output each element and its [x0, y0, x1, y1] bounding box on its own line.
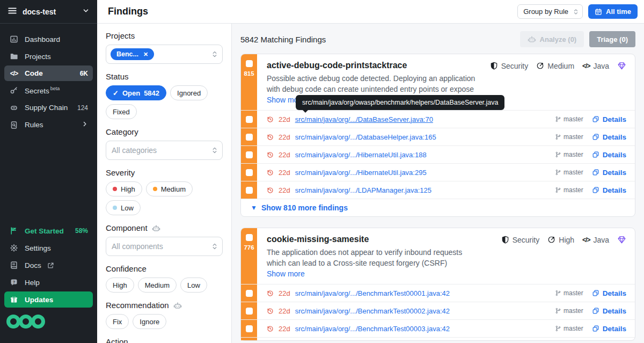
finding-path-link[interactable]: src/main/java/org/.../HibernateUtil.java…: [295, 169, 427, 177]
age-label: 22d: [279, 151, 290, 159]
finding-row: 22d src/main/java/org/.../BenchmarkTest0…: [241, 284, 635, 302]
details-link[interactable]: Details: [592, 115, 626, 123]
filter-heading: Component: [106, 223, 148, 232]
details-link[interactable]: Details: [592, 133, 626, 141]
sidebar-item-rules[interactable]: Rules: [4, 117, 93, 133]
row-checkbox[interactable]: [246, 187, 253, 194]
git-branch-icon: [555, 325, 561, 332]
finding-count-badge: 776: [244, 244, 254, 251]
category-select[interactable]: All categories: [106, 141, 223, 160]
filter-heading: Recommendation: [106, 301, 169, 310]
finding-row: 22d src/main/java/org/.../DatabaseHelper…: [241, 128, 635, 145]
history-icon: [267, 290, 274, 297]
confidence-low-pill[interactable]: Low: [180, 278, 207, 293]
sidebar-item-dashboard[interactable]: Dashboard: [4, 31, 93, 47]
confidence-medium-pill[interactable]: Medium: [138, 278, 177, 293]
row-checkbox[interactable]: [246, 169, 253, 176]
show-more-findings[interactable]: ▼ Show 810 more findings: [241, 199, 635, 216]
row-checkbox[interactable]: [246, 134, 253, 141]
sidebar-item-projects[interactable]: Projects: [4, 48, 93, 64]
finding-path-link[interactable]: src/main/java/org/.../DatabaseHelper.jav…: [295, 133, 436, 141]
finding-path-link[interactable]: src/main/java/org/.../DataBaseServer.jav…: [295, 115, 433, 123]
branch-label: master: [555, 115, 583, 123]
sidebar-item-get-started[interactable]: Get Started 58%: [4, 223, 93, 239]
sidebar-item-settings[interactable]: Settings: [4, 240, 93, 256]
finding-path-link[interactable]: src/main/java/org/.../BenchmarkTest00003…: [295, 325, 450, 333]
group-by-select[interactable]: Group by Rule: [517, 4, 583, 19]
git-branch-icon: [555, 134, 561, 140]
row-checkbox[interactable]: [246, 308, 253, 315]
project-chip[interactable]: Benc... ✕: [111, 48, 154, 60]
sidebar-item-label: Dashboard: [25, 35, 60, 43]
finding-card: 776 cookie-missing-samesite: [240, 228, 635, 341]
hamburger-menu-icon[interactable]: [8, 6, 17, 18]
row-checkbox[interactable]: [246, 116, 253, 123]
status-ignored-pill[interactable]: Ignored: [170, 85, 208, 100]
component-select[interactable]: All components: [106, 237, 223, 256]
details-link[interactable]: Details: [592, 289, 626, 297]
beta-tag: beta: [50, 86, 60, 91]
card-checkbox[interactable]: [246, 234, 253, 241]
top-header: Findings Group by Rule All time: [97, 0, 644, 24]
chip-remove-icon[interactable]: ✕: [143, 51, 148, 58]
sidebar-item-help[interactable]: ? Help: [4, 274, 93, 290]
rule-description: Possible active debug code detected. Dep…: [267, 73, 626, 94]
details-link[interactable]: Details: [592, 325, 626, 333]
confidence-high-pill[interactable]: High: [106, 278, 134, 293]
gem-icon[interactable]: [617, 61, 626, 70]
sort-chevrons-icon: [212, 147, 217, 154]
semgrep-logo: [0, 309, 97, 339]
card-checkbox[interactable]: [246, 60, 253, 67]
sort-chevrons-icon: [573, 9, 579, 15]
details-link[interactable]: Details: [592, 169, 626, 177]
sidebar-item-secrets[interactable]: Secretsbeta: [4, 82, 93, 99]
app: docs-test Dashboard Projects </> Code: [0, 0, 644, 343]
finding-path-link[interactable]: src/main/java/org/.../HibernateUtil.java…: [295, 151, 427, 159]
finding-path-link[interactable]: src/main/java/org/.../BenchmarkTest00002…: [295, 307, 450, 315]
details-panel-icon: [592, 115, 599, 123]
rule-tags: Security Medium </>: [490, 61, 626, 70]
status-fixed-pill[interactable]: Fixed: [106, 104, 137, 119]
projects-select[interactable]: Benc... ✕: [106, 45, 223, 64]
history-icon: [267, 308, 274, 315]
details-link[interactable]: Details: [592, 186, 626, 194]
details-link[interactable]: Details: [592, 307, 626, 315]
recommendation-fix-pill[interactable]: Fix: [106, 314, 129, 329]
all-time-button[interactable]: All time: [588, 4, 638, 19]
finding-path-link[interactable]: src/main/java/org/.../BenchmarkTest00001…: [295, 289, 450, 297]
branch-label: master: [555, 307, 583, 315]
code-icon: </>: [582, 236, 590, 244]
filters-panel: Projects Benc... ✕ Status: [97, 24, 232, 343]
status-open-pill[interactable]: ✓ Open 5842: [106, 85, 166, 100]
show-more-link[interactable]: Show more: [267, 268, 305, 280]
gem-icon[interactable]: [617, 235, 626, 244]
analyze-button[interactable]: Analyze (0): [520, 31, 584, 47]
row-checkbox[interactable]: [246, 151, 253, 158]
row-checkbox[interactable]: [246, 290, 253, 297]
row-checkbox[interactable]: [246, 325, 253, 332]
sidebar-bottom: Get Started 58% Settings Docs: [0, 222, 97, 343]
shield-icon: [490, 62, 498, 70]
sidebar-item-label: Docs: [25, 261, 41, 269]
severity-tag: Medium: [536, 62, 574, 70]
robot-icon: [528, 35, 536, 43]
details-link[interactable]: Details: [592, 151, 626, 159]
finding-path-link[interactable]: src/main/java/org/.../LDAPManager.java:1…: [295, 186, 431, 194]
sidebar-item-supply-chain[interactable]: Supply Chain 124: [4, 100, 93, 116]
sidebar-item-docs[interactable]: Docs: [4, 257, 93, 273]
page-title: Findings: [108, 6, 148, 17]
category-tag: Security: [501, 236, 540, 244]
sidebar-item-updates[interactable]: Updates: [4, 291, 93, 308]
recommendation-ignore-pill[interactable]: Ignore: [133, 314, 166, 329]
severity-medium-pill[interactable]: Medium: [146, 181, 193, 196]
sidebar-item-code[interactable]: </> Code 6K: [4, 65, 93, 81]
chevron-down-icon[interactable]: [82, 7, 90, 17]
svg-text:?: ?: [13, 280, 16, 284]
chevron-right-icon: [82, 121, 88, 129]
severity-high-pill[interactable]: High: [106, 181, 142, 196]
triage-button[interactable]: Triage (0): [589, 31, 635, 47]
org-name[interactable]: docs-test: [23, 8, 56, 16]
severity-low-pill[interactable]: Low: [106, 200, 141, 215]
right-column: Findings Group by Rule All time: [97, 0, 644, 343]
sidebar-item-label: Projects: [25, 53, 51, 61]
